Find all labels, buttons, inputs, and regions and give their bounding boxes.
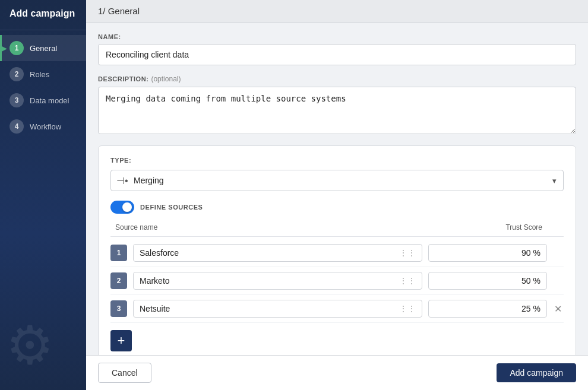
type-section: TYPE: ⊣• Merging ▾ DEFINE SOURCES Sour [98,145,576,355]
main-content: 1/ General NAME: DESCRIPTION:(optional) … [86,0,588,390]
sidebar-item-workflow[interactable]: 4 Workflow [0,113,86,139]
sidebar-item-data-model[interactable]: 3 Data model [0,87,86,113]
sidebar-label-workflow: Workflow [30,122,61,131]
trust-score-value: 90 % [521,248,540,258]
sidebar-bg-decoration: ⚙ [6,319,54,372]
name-field-section: NAME: [98,33,576,65]
source-row: 1 Salesforce ⋮⋮ 90 % [110,239,564,267]
source-num-badge: 1 [110,245,127,261]
col-header-name: Source name [110,223,422,232]
trust-input-area[interactable]: 90 % [428,244,547,262]
description-input[interactable]: Merging data coming from multiple source… [98,87,576,134]
sidebar-item-general[interactable]: ▶ 1 General [0,35,86,61]
source-name-text: Salesforce [140,248,399,258]
source-row: 2 Marketo ⋮⋮ 50 % [110,267,564,295]
trust-score-value: 25 % [521,304,540,313]
define-sources-toggle[interactable] [110,201,134,214]
step-badge-4: 4 [10,119,24,134]
toggle-track [110,201,134,214]
col-header-trust: Trust Score [422,223,547,232]
trust-score-value: 50 % [521,276,540,286]
drag-handle-icon[interactable]: ⋮⋮ [399,276,416,286]
type-select-wrapper: ⊣• Merging ▾ [110,170,564,191]
name-label: NAME: [98,33,576,40]
add-source-row: + [110,330,564,351]
sources-list: 1 Salesforce ⋮⋮ 90 % 2 Marketo ⋮⋮ 50 % 3… [110,239,564,323]
sidebar-label-data-model: Data model [30,96,69,105]
drag-handle-icon[interactable]: ⋮⋮ [399,248,416,258]
source-name-area: Marketo ⋮⋮ [133,272,422,290]
cancel-button[interactable]: Cancel [98,363,151,383]
type-label: TYPE: [110,157,564,164]
define-sources-toggle-row: DEFINE SOURCES [110,201,564,214]
drag-handle-icon[interactable]: ⋮⋮ [399,304,416,313]
source-name-area: Salesforce ⋮⋮ [133,244,422,262]
source-name-text: Netsuite [140,304,399,313]
add-source-button[interactable]: + [110,330,132,351]
sidebar-item-roles[interactable]: 2 Roles [0,61,86,87]
source-name-area: Netsuite ⋮⋮ [133,300,422,318]
toggle-thumb [122,202,132,212]
add-campaign-button[interactable]: Add campaign [497,363,576,382]
trust-input-area[interactable]: 50 % [428,272,547,290]
name-input[interactable] [98,44,576,65]
page-header-title: 1/ General [98,6,140,16]
sidebar-label-general: General [30,44,57,53]
source-row: 3 Netsuite ⋮⋮ 25 % ✕ [110,295,564,323]
define-sources-label: DEFINE SOURCES [140,204,203,211]
type-select[interactable]: Merging [110,170,564,191]
step-badge-3: 3 [10,93,24,107]
step-badge-1: 1 [10,41,24,55]
footer: Cancel Add campaign [86,355,588,390]
content-area: NAME: DESCRIPTION:(optional) Merging dat… [86,23,588,355]
sources-table-header: Source name Trust Score [110,223,564,237]
page-header: 1/ General [86,0,588,23]
sidebar-label-roles: Roles [30,70,49,79]
merging-icon: ⊣• [116,175,128,186]
description-label: DESCRIPTION:(optional) [98,75,576,83]
trust-input-area[interactable]: 25 % [428,300,547,318]
source-num-badge: 2 [110,272,127,289]
sidebar-title: Add campaign [0,0,86,30]
step-badge-2: 2 [10,67,24,81]
source-num-badge: 3 [110,300,127,317]
sidebar: Add campaign ▶ 1 General 2 Roles 3 Data … [0,0,86,390]
remove-source-button[interactable]: ✕ [552,303,564,315]
active-arrow-icon: ▶ [0,42,7,55]
source-name-text: Marketo [140,276,399,286]
description-field-section: DESCRIPTION:(optional) Merging data comi… [98,75,576,136]
